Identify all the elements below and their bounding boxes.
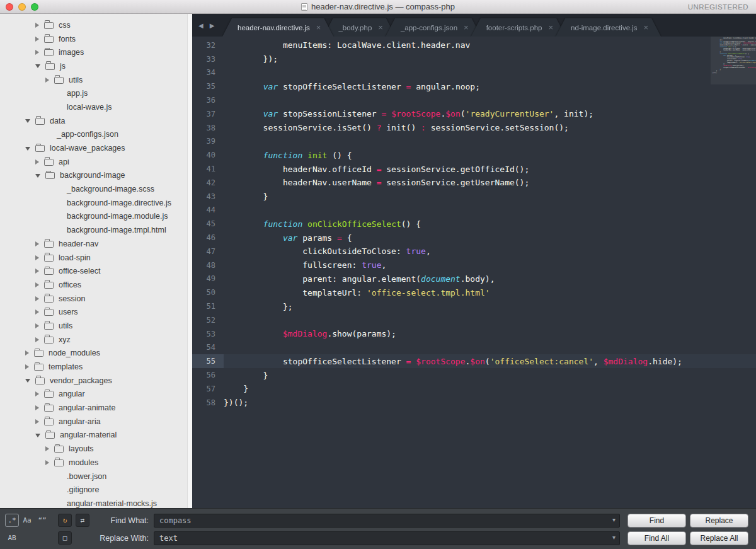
code-line-45[interactable]: 45 function onClickOfficeSelect() {: [192, 217, 756, 231]
code-line-38[interactable]: 38 sessionService.isSet() ? init() : ses…: [192, 121, 756, 135]
code-line-48[interactable]: 48 fullscreen: true,: [192, 258, 756, 272]
tree-folder-modules[interactable]: modules: [0, 456, 192, 470]
code-line-44[interactable]: 44: [192, 204, 756, 217]
tab-close-icon[interactable]: ×: [549, 23, 554, 32]
tree-file-_background-image.scss[interactable]: _background-image.scss: [0, 182, 192, 196]
tree-folder-js[interactable]: js: [0, 59, 192, 73]
tree-folder-users[interactable]: users: [0, 305, 192, 319]
collapse-triangle-icon[interactable]: [25, 119, 30, 123]
tree-folder-css[interactable]: css: [0, 18, 192, 32]
tree-file-.bower.json[interactable]: .bower.json: [0, 470, 192, 483]
code-line-41[interactable]: 41 headerNav.officeId = sessionService.g…: [192, 162, 756, 176]
expand-triangle-icon[interactable]: [45, 78, 49, 83]
tree-folder-background-image[interactable]: background-image: [0, 169, 192, 183]
collapse-triangle-icon[interactable]: [35, 64, 40, 68]
tree-folder-vendor_packages[interactable]: vendor_packages: [0, 374, 192, 388]
tab-close-icon[interactable]: ×: [378, 23, 383, 32]
expand-triangle-icon[interactable]: [35, 337, 39, 342]
case-sensitive-button[interactable]: Aa: [20, 514, 34, 527]
tab-close-icon[interactable]: ×: [464, 23, 469, 32]
tab-_body.php[interactable]: _body.php×: [323, 18, 395, 37]
whole-word-button[interactable]: “”: [35, 514, 49, 527]
tree-folder-utils[interactable]: utils: [0, 319, 192, 333]
tree-folder-xyz[interactable]: xyz: [0, 333, 192, 347]
code-line-34[interactable]: 34: [192, 66, 756, 80]
code-line-33[interactable]: 33 });: [192, 52, 756, 66]
code-line-37[interactable]: 37 var stopSessionListener = $rootScope.…: [192, 107, 756, 121]
tree-file-_app-configs.json[interactable]: _app-configs.json: [0, 128, 192, 142]
tree-file-app.js[interactable]: app.js: [0, 86, 192, 100]
zoom-window-button[interactable]: [31, 3, 38, 11]
tab-nd-image.directive.js[interactable]: nd-image.directive.js×: [556, 18, 661, 37]
tab-close-icon[interactable]: ×: [644, 23, 649, 32]
expand-triangle-icon[interactable]: [35, 282, 39, 287]
tree-folder-layouts[interactable]: layouts: [0, 442, 192, 456]
minimap[interactable]: menuItems: LocalWave.client.header.nav }…: [711, 37, 756, 508]
code-line-36[interactable]: 36: [192, 93, 756, 107]
tab-scroll-left-icon[interactable]: ◀: [198, 22, 203, 29]
expand-triangle-icon[interactable]: [25, 350, 29, 355]
tree-folder-fonts[interactable]: fonts: [0, 32, 192, 46]
find-all-button[interactable]: Find All: [627, 531, 686, 545]
collapse-triangle-icon[interactable]: [25, 379, 30, 383]
code-line-58[interactable]: 58})();: [192, 396, 756, 410]
expand-triangle-icon[interactable]: [35, 23, 39, 28]
preserve-case-button[interactable]: AB: [5, 531, 19, 545]
code-line-51[interactable]: 51 };: [192, 299, 756, 313]
wrap-button[interactable]: ↻: [58, 514, 72, 527]
code-line-43[interactable]: 43 }: [192, 190, 756, 204]
close-window-button[interactable]: [6, 3, 13, 11]
expand-triangle-icon[interactable]: [35, 309, 39, 315]
code-line-39[interactable]: 39: [192, 135, 756, 149]
code-line-47[interactable]: 47 clickOutsideToClose: true,: [192, 245, 756, 258]
regex-button[interactable]: .*: [5, 514, 19, 527]
code-line-46[interactable]: 46 var params = {: [192, 231, 756, 245]
tab-header-nav.directive.js[interactable]: header-nav.directive.js×: [222, 18, 333, 37]
expand-triangle-icon[interactable]: [35, 296, 39, 301]
tab-footer-scripts.php[interactable]: footer-scripts.php×: [471, 18, 566, 37]
tree-folder-local-wave_packages[interactable]: local-wave_packages: [0, 141, 192, 155]
tree-folder-office-select[interactable]: office-select: [0, 264, 192, 278]
code-line-56[interactable]: 56 }: [192, 368, 756, 382]
sidebar-scrollbar[interactable]: [187, 14, 192, 508]
tree-folder-angular-aria[interactable]: angular-aria: [0, 415, 192, 429]
code-editor[interactable]: 32 menuItems: LocalWave.client.header.na…: [192, 37, 756, 508]
tab-_app-configs.json[interactable]: _app-configs.json×: [386, 18, 481, 37]
tree-folder-header-nav[interactable]: header-nav: [0, 237, 192, 251]
tree-folder-angular[interactable]: angular: [0, 388, 192, 402]
find-input[interactable]: [154, 514, 620, 528]
tab-close-icon[interactable]: ×: [316, 23, 321, 32]
collapse-triangle-icon[interactable]: [35, 174, 40, 178]
replace-button[interactable]: Replace: [690, 514, 748, 528]
expand-triangle-icon[interactable]: [35, 159, 39, 165]
find-button[interactable]: Find: [627, 514, 686, 528]
code-line-55[interactable]: 55 stopOfficeSelectListener = $rootScope…: [192, 354, 756, 368]
expand-triangle-icon[interactable]: [35, 391, 39, 396]
code-line-32[interactable]: 32 menuItems: LocalWave.client.header.na…: [192, 38, 756, 52]
tree-file-background-image.directive.js[interactable]: background-image.directive.js: [0, 196, 192, 210]
code-line-35[interactable]: 35 var stopOfficeSelectListener = angula…: [192, 79, 756, 93]
expand-triangle-icon[interactable]: [35, 405, 39, 410]
highlight-matches-button[interactable]: □: [58, 531, 72, 545]
tree-folder-api[interactable]: api: [0, 155, 192, 169]
code-line-49[interactable]: 49 parent: angular.element(document.body…: [192, 272, 756, 286]
tree-file-.gitignore[interactable]: .gitignore: [0, 483, 192, 497]
tree-folder-images[interactable]: images: [0, 45, 192, 59]
tree-file-local-wave.js[interactable]: local-wave.js: [0, 100, 192, 114]
replace-all-button[interactable]: Replace All: [690, 531, 748, 545]
tab-scroll-right-icon[interactable]: ▶: [210, 22, 215, 29]
in-selection-button[interactable]: ⇄: [76, 514, 89, 527]
code-line-40[interactable]: 40 function init () {: [192, 148, 756, 162]
expand-triangle-icon[interactable]: [35, 255, 39, 260]
tree-file-angular-material-mocks.js[interactable]: angular-material-mocks.js: [0, 497, 192, 508]
expand-triangle-icon[interactable]: [35, 37, 39, 42]
expand-triangle-icon[interactable]: [35, 323, 39, 328]
replace-history-dropdown-icon[interactable]: ▾: [612, 534, 616, 541]
collapse-triangle-icon[interactable]: [25, 147, 30, 151]
expand-triangle-icon[interactable]: [35, 419, 39, 424]
replace-input[interactable]: [154, 531, 620, 545]
tree-folder-node_modules[interactable]: node_modules: [0, 347, 192, 361]
code-line-57[interactable]: 57 }: [192, 382, 756, 396]
tree-folder-utils[interactable]: utils: [0, 73, 192, 87]
tree-folder-angular-material[interactable]: angular-material: [0, 429, 192, 442]
